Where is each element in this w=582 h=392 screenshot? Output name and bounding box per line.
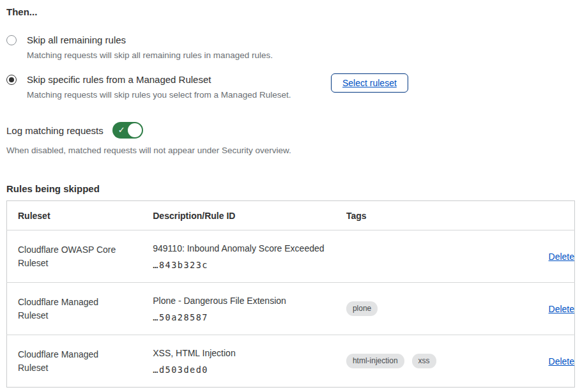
option-skip-specific-rules: Skip specific rules from a Managed Rules… [6, 73, 576, 100]
log-toggle-switch[interactable]: ✓ [112, 122, 143, 139]
rule-id: …d503ded0 [153, 365, 335, 375]
check-icon: ✓ [118, 124, 125, 136]
rules-being-skipped-table: Ruleset Description/Rule ID Tags Cloudfl… [6, 200, 575, 388]
option-label: Skip specific rules from a Managed Rules… [27, 73, 291, 86]
column-header-action [508, 201, 575, 230]
table-row: Cloudflare Managed Ruleset XSS, HTML Inj… [7, 335, 575, 388]
radio-unselected-icon[interactable] [6, 35, 17, 45]
option-label: Skip all remaining rules [27, 34, 273, 47]
select-ruleset-button[interactable]: Select ruleset [331, 73, 408, 93]
tags-cell [335, 230, 508, 283]
rule-description: Plone - Dangerous File Extension [153, 295, 335, 306]
ruleset-name: Cloudflare OWASP Core Ruleset [18, 243, 123, 270]
toggle-help-text: When disabled, matched requests will not… [6, 146, 576, 155]
rule-id: …50a28587 [153, 312, 335, 322]
tag-pill: plone [346, 301, 378, 316]
column-header-tags: Tags [335, 201, 508, 230]
rule-description: XSS, HTML Injection [153, 347, 335, 359]
tag-pill: xss [412, 354, 436, 368]
delete-link[interactable]: Delete [549, 356, 574, 366]
rules-table-heading: Rules being skipped [6, 183, 576, 194]
option-description: Matching requests will skip rules you se… [27, 89, 291, 100]
delete-link[interactable]: Delete [549, 252, 574, 262]
ruleset-name: Cloudflare Managed Ruleset [18, 348, 123, 375]
option-skip-all-remaining: Skip all remaining rules Matching reques… [6, 34, 576, 61]
skip-rules-panel: Then... Skip all remaining rules Matchin… [6, 6, 576, 388]
tags-cell: html-injection xss [335, 335, 508, 388]
tags-cell: plone [335, 283, 508, 335]
then-heading: Then... [6, 6, 576, 17]
option-description: Matching requests will skip all remainin… [27, 50, 273, 61]
radio-selected-icon[interactable] [6, 75, 17, 85]
table-row: Cloudflare Managed Ruleset Plone - Dange… [7, 283, 575, 335]
toggle-label: Log matching requests [6, 125, 103, 136]
rule-id: …843b323c [153, 260, 335, 270]
ruleset-name: Cloudflare Managed Ruleset [18, 296, 123, 322]
table-row: Cloudflare OWASP Core Ruleset 949110: In… [7, 230, 575, 283]
tag-pill: html-injection [346, 354, 404, 368]
column-header-ruleset: Ruleset [7, 201, 142, 230]
rule-description: 949110: Inbound Anomaly Score Exceeded [153, 243, 335, 254]
table-header-row: Ruleset Description/Rule ID Tags [7, 201, 575, 230]
column-header-description: Description/Rule ID [142, 201, 335, 230]
log-matching-requests-row: Log matching requests ✓ [6, 122, 576, 139]
skip-options-group: Skip all remaining rules Matching reques… [6, 34, 576, 100]
delete-link[interactable]: Delete [549, 304, 574, 314]
toggle-knob [128, 123, 142, 137]
